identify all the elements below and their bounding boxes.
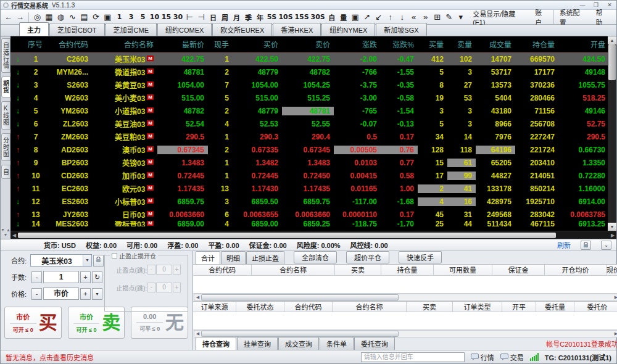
scroll-down-icon[interactable]: ▼: [608, 223, 616, 231]
alert-icon[interactable]: ◎: [32, 11, 43, 23]
market-tab[interactable]: 香港HKEX: [273, 23, 321, 36]
query-tab[interactable]: 委托查询: [354, 337, 395, 350]
tp-sl-checkbox[interactable]: [112, 253, 117, 259]
table-row[interactable]: ↓5YM2603小道指03M4878224877948781-765-1.543…: [10, 104, 616, 117]
refresh-icon[interactable]: ⟳: [91, 11, 101, 23]
period-button-3[interactable]: 3: [126, 11, 136, 23]
range-button-5S[interactable]: 5S: [267, 11, 277, 23]
toolbar-link-4[interactable]: 帮助: [590, 10, 614, 24]
positions-tab[interactable]: 止损止盈: [246, 251, 284, 264]
range-button-季[interactable]: 季: [243, 11, 254, 23]
back-icon[interactable]: ←: [3, 11, 14, 23]
price-type-dropdown[interactable]: ▼: [92, 288, 102, 300]
panel-button-2[interactable]: 超价平仓: [346, 251, 389, 263]
contract-select[interactable]: 美玉米03 ▼: [30, 254, 92, 267]
header-cell[interactable]: 卖价: [282, 39, 334, 49]
chart-window-icon[interactable]: ▣: [350, 11, 360, 23]
header-cell[interactable]: 序号: [25, 39, 46, 49]
buy-button[interactable]: 市价 可开 ≤ 0 买: [4, 307, 62, 339]
scroll-right-icon[interactable]: ▶: [613, 331, 617, 336]
range-button-10S[interactable]: 10S: [278, 11, 293, 23]
period-button-30[interactable]: 30: [173, 11, 183, 23]
range-button-年[interactable]: 年: [255, 11, 265, 23]
scrollbar-thumb[interactable]: [201, 294, 399, 300]
table-row[interactable]: ↑7ZM2603美豆粕03M290.51290.3290.40.50.17341…: [10, 130, 616, 143]
price-plus-button[interactable]: +: [80, 288, 91, 300]
chat-input[interactable]: [361, 352, 465, 362]
draw-icon[interactable]: ✎: [444, 11, 454, 23]
header-cell[interactable]: 买价: [233, 39, 282, 49]
horizontal-scrollbar[interactable]: ◀ ▶: [10, 231, 616, 239]
tp-plus-button[interactable]: +: [173, 265, 181, 275]
period-button-5[interactable]: 5: [138, 11, 148, 23]
tick-chart2-icon[interactable]: ⊣: [196, 11, 207, 23]
tick-chart-icon[interactable]: ⊢: [184, 11, 195, 23]
header-cell[interactable]: 卖量: [447, 39, 476, 49]
table-row[interactable]: ↑13JY2603日币03M0.006366060.00636550.00636…: [10, 208, 616, 221]
table-row[interactable]: ↓3S2603美黄豆03M1054.0071054.001054.25-3.75…: [10, 78, 616, 91]
table-row[interactable]: ↓2MYM26...微道指03M4878124877948782-766-1.5…: [10, 65, 616, 78]
toolbar-link-3[interactable]: 系统配置: [553, 10, 590, 24]
range-button-15S[interactable]: 15S: [294, 11, 309, 23]
market-tab[interactable]: 欧交所EUREX: [212, 23, 272, 36]
header-cell[interactable]: 买量: [418, 39, 447, 49]
speaker-icon[interactable]: ◍: [56, 11, 66, 23]
header-cell[interactable]: 涨跌%: [381, 39, 418, 49]
table-row[interactable]: ↓12ES2603小标普03M6859.7536859.506859.75-11…: [10, 195, 616, 208]
sl-input[interactable]: 0: [156, 283, 172, 292]
scroll-up-icon[interactable]: ▲: [608, 36, 616, 44]
header-cell[interactable]: 开盘: [558, 39, 609, 49]
panel-button-1[interactable]: 全部清仓: [294, 251, 337, 263]
table-row[interactable]: ↑8AD2603澳币03M0.6734520.673350.673450.005…: [10, 143, 616, 156]
forward-icon[interactable]: →: [15, 11, 25, 23]
scroll-left-icon[interactable]: ◀: [10, 233, 18, 238]
sl-plus-button[interactable]: +: [173, 283, 181, 292]
sidebar-scroll-icons[interactable]: ▼ ▲ ▼: [1, 228, 10, 238]
sidebar-tab[interactable]: 自: [1, 165, 10, 179]
price-input[interactable]: 市价: [43, 287, 79, 300]
market-tab[interactable]: 纽约COMEX: [157, 23, 212, 36]
trend-line-icon[interactable]: ∿: [67, 11, 78, 23]
query-tab[interactable]: 成交查询: [278, 337, 319, 350]
tp-input[interactable]: 0: [156, 265, 172, 275]
header-cell[interactable]: 成交量: [476, 39, 515, 49]
price-minus-button[interactable]: -: [31, 288, 42, 300]
trade-chat-button[interactable]: 交易: [500, 352, 524, 362]
scroll-right-icon[interactable]: ▶: [613, 295, 617, 300]
positions-tab[interactable]: 明细: [221, 251, 246, 264]
scroll-up-icon[interactable]: ↑: [385, 11, 395, 23]
sidebar-tab[interactable]: K线图: [1, 101, 10, 130]
range-button-周[interactable]: 周: [220, 11, 230, 23]
toolbar-link-1[interactable]: 交易显示/隐藏(F1): [467, 10, 529, 24]
sidebar-tab[interactable]: 期货: [1, 77, 10, 97]
layout-icon[interactable]: ▤: [79, 11, 89, 23]
query-tab[interactable]: 挂单查询: [237, 337, 278, 350]
message-link[interactable]: 暂无消息，点击查看历史消息: [6, 352, 94, 362]
positions-tab[interactable]: 合计: [196, 251, 220, 264]
horizontal-scrollbar[interactable]: ◀ ▶: [194, 330, 617, 337]
table-row[interactable]: ↓14MES2603微标普03M6859.0046859.006859.25-1…: [10, 221, 616, 226]
expand-icon[interactable]: ↗: [362, 11, 372, 23]
page-prev-icon[interactable]: «: [408, 11, 419, 23]
range-button-日[interactable]: 日: [208, 11, 218, 23]
scrollbar-thumb[interactable]: [608, 44, 616, 80]
vertical-scrollbar[interactable]: ▲ ▼: [608, 36, 616, 231]
market-tab[interactable]: 芝加哥CME: [106, 23, 157, 36]
chevron-down-icon[interactable]: ⌄: [601, 241, 611, 250]
header-cell[interactable]: 合约代码: [46, 39, 92, 49]
sl-minus-button[interactable]: -: [147, 283, 155, 292]
table-row[interactable]: ↓6ZL2603美豆油03M52.54452.5352.55-0.07-0.13…: [10, 117, 616, 130]
scrollbar-thumb[interactable]: [18, 233, 556, 238]
market-tab[interactable]: 芝加哥CBOT: [49, 23, 105, 36]
qty-input[interactable]: 1: [43, 271, 79, 283]
header-cell[interactable]: 最新价: [157, 39, 208, 49]
range-button-月[interactable]: 月: [231, 11, 242, 23]
scroll-down-icon[interactable]: ↓: [397, 11, 407, 23]
scrollbar-thumb[interactable]: [201, 331, 399, 337]
lock-icon[interactable]: [581, 241, 591, 250]
chevron-down-icon[interactable]: ▼: [83, 255, 91, 266]
qty-minus-button[interactable]: -: [31, 271, 42, 283]
panel-button-3[interactable]: 快速反手: [399, 251, 442, 263]
period-button-15[interactable]: 15: [161, 11, 172, 23]
period-button-1[interactable]: 1: [114, 11, 125, 23]
